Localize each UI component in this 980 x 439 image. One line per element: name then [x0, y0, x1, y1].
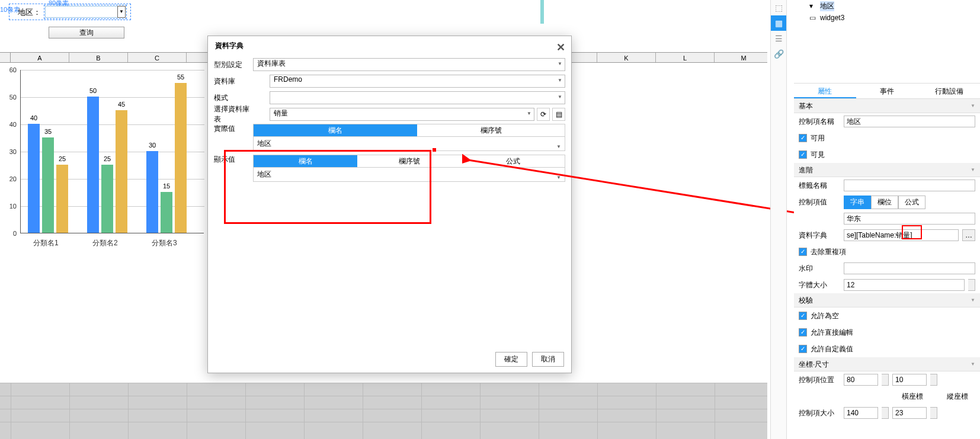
- size-label: 控制項大小: [799, 408, 840, 418]
- y-tick-0: 0: [6, 230, 17, 237]
- size-h-input[interactable]: [892, 407, 927, 419]
- display-tab-header: 欄名 欄序號 公式: [253, 155, 565, 168]
- spinner-icon[interactable]: [882, 374, 889, 386]
- size-w-input[interactable]: [844, 407, 878, 419]
- layout-icon[interactable]: ☰: [771, 31, 786, 46]
- widget-tree: ▾ 地区 ▭ widget3: [794, 0, 980, 83]
- widget-icon: ▭: [809, 14, 818, 22]
- tab-colname-2[interactable]: 欄名: [254, 155, 357, 167]
- allow-edit-checkbox[interactable]: ✓: [799, 328, 807, 337]
- dict-input[interactable]: [844, 229, 959, 241]
- tree-item-label: 地区: [820, 1, 834, 11]
- enabled-checkbox[interactable]: ✓: [799, 134, 807, 142]
- section-basic[interactable]: 基本▼: [794, 99, 980, 113]
- region-label: 地区：: [18, 7, 41, 18]
- allow-empty-label: 允許為空: [811, 311, 839, 321]
- corner-cell: [0, 53, 11, 62]
- y-tick-20: 20: [6, 175, 17, 182]
- tag-name-label: 標籤名稱: [799, 181, 840, 191]
- dict-label: 資料字典: [799, 230, 840, 241]
- dedup-checkbox[interactable]: ✓: [799, 248, 807, 256]
- tree-item-widget3[interactable]: ▭ widget3: [794, 12, 980, 24]
- value-type-field[interactable]: 欄位: [871, 196, 898, 209]
- tab-colord[interactable]: 欄序號: [417, 124, 565, 136]
- col-header-B[interactable]: B: [69, 53, 128, 62]
- tab-colname[interactable]: 欄名: [254, 124, 417, 136]
- font-size-select[interactable]: [844, 279, 965, 291]
- table-select[interactable]: 销量▼: [270, 108, 534, 121]
- bar-value: 55: [177, 73, 184, 81]
- crop-icon[interactable]: ⬚: [771, 0, 786, 15]
- bar-value: 45: [118, 101, 125, 108]
- cancel-button[interactable]: 取消: [532, 352, 564, 367]
- pos-x-input[interactable]: [844, 374, 878, 386]
- dedup-label: 去除重複項: [811, 247, 846, 257]
- y-tick-10: 10: [6, 203, 17, 210]
- dialog-title: 資料字典: [215, 41, 244, 50]
- widget-name-input[interactable]: [844, 116, 975, 127]
- tab-attributes[interactable]: 屬性: [794, 84, 856, 98]
- refresh-icon[interactable]: ⟳: [537, 108, 550, 121]
- value-type-formula[interactable]: 公式: [898, 196, 925, 209]
- query-button[interactable]: 查询: [49, 27, 124, 39]
- widget-name-label: 控制項名稱: [799, 117, 840, 127]
- dialog-title-bar[interactable]: 資料字典 ✕: [208, 36, 571, 54]
- selection-outline-inner: [44, 5, 127, 19]
- col-header-L[interactable]: L: [656, 53, 715, 62]
- ruler-marker: [540, 0, 544, 24]
- spinner-icon[interactable]: [930, 374, 937, 386]
- spinner-icon[interactable]: [882, 407, 889, 419]
- bar-value: 30: [149, 142, 156, 149]
- col-header-C[interactable]: C: [128, 53, 187, 62]
- tab-colord-2[interactable]: 欄序號: [357, 155, 461, 167]
- chart-plot: 40 35 25 50 25 45 30 15 55: [20, 70, 204, 233]
- value-type-group: 字串 欄位 公式: [844, 196, 925, 209]
- widget-value-label: 控制項值: [799, 197, 840, 207]
- allow-custom-checkbox[interactable]: ✓: [799, 345, 807, 353]
- bar-value: 40: [30, 114, 37, 121]
- widget-value-input[interactable]: [844, 213, 975, 225]
- actual-tab-header: 欄名 欄序號: [253, 124, 565, 137]
- actual-value-select[interactable]: 地区▼: [253, 137, 565, 151]
- tab-mobile[interactable]: 行動設備: [918, 84, 980, 98]
- col-header-M[interactable]: M: [715, 53, 773, 62]
- grid-icon[interactable]: ▦: [771, 15, 786, 31]
- col-header-A[interactable]: A: [11, 53, 69, 62]
- table-label: 選擇資料庫表: [214, 104, 251, 124]
- preview-icon[interactable]: ▤: [552, 108, 565, 121]
- sidebar-icon-strip: ⬚ ▦ ☰ 🔗: [770, 0, 787, 439]
- pos-x-label: 橫座標: [902, 392, 923, 402]
- dict-more-button[interactable]: …: [962, 229, 975, 241]
- db-select[interactable]: FRDemo▼: [270, 75, 565, 88]
- watermark-input[interactable]: [844, 262, 975, 274]
- tab-events[interactable]: 事件: [856, 84, 918, 98]
- pos-y-label: 縱座標: [947, 392, 968, 402]
- chevron-down-icon[interactable]: [968, 279, 975, 291]
- col-header-K[interactable]: K: [597, 53, 656, 62]
- bar-value: 15: [163, 182, 170, 190]
- font-size-label: 字體大小: [799, 280, 840, 290]
- allow-custom-label: 允許自定義值: [811, 344, 853, 354]
- display-value-select[interactable]: 地区▼: [253, 168, 565, 182]
- allow-empty-checkbox[interactable]: ✓: [799, 312, 807, 320]
- spinner-icon[interactable]: [930, 407, 937, 419]
- mode-select[interactable]: ▼: [270, 91, 565, 104]
- form-area: 10像素 80像素 地区： ▼ 查询: [0, 0, 148, 44]
- type-label: 型別設定: [214, 60, 251, 70]
- pos-y-input[interactable]: [892, 374, 927, 386]
- bar-chart: 60 50 40 30 20 10 0 40 35 25 50 25 45: [5, 63, 209, 252]
- link-icon[interactable]: 🔗: [771, 46, 786, 62]
- visible-checkbox[interactable]: ✓: [799, 150, 807, 159]
- close-icon[interactable]: ✕: [556, 39, 565, 56]
- ok-button[interactable]: 確定: [495, 352, 527, 367]
- section-coords[interactable]: 坐標·尺寸▼: [794, 357, 980, 371]
- tag-name-input[interactable]: [844, 180, 975, 191]
- section-advanced[interactable]: 進階▼: [794, 163, 980, 177]
- y-tick-40: 40: [6, 121, 17, 128]
- bar-value: 25: [59, 155, 66, 162]
- type-select[interactable]: 資料庫表▼: [253, 58, 565, 71]
- section-validation[interactable]: 校驗▼: [794, 293, 980, 307]
- value-type-string[interactable]: 字串: [844, 196, 871, 209]
- tab-formula[interactable]: 公式: [461, 155, 565, 167]
- tree-item-region[interactable]: ▾ 地区: [794, 0, 980, 12]
